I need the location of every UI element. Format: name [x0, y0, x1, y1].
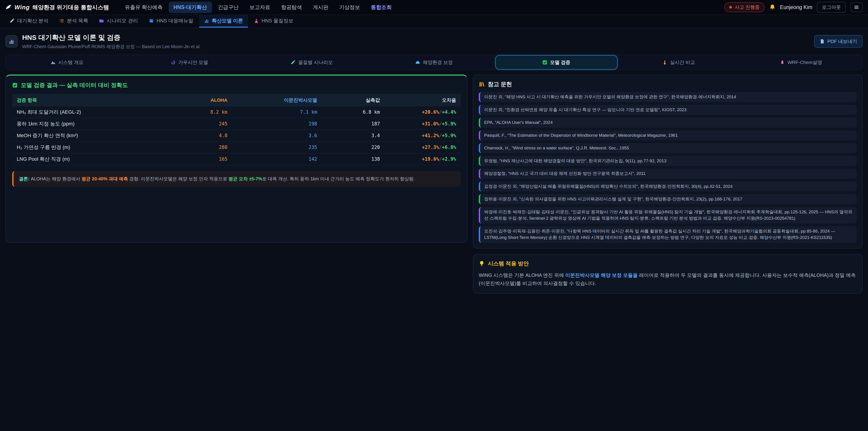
- main-content: 모델 검증 결과 — 실측 데이터 대비 정확도 검증 항목ALOHA이문진박사…: [5, 74, 863, 294]
- chart-icon: [204, 18, 209, 23]
- table-cell: 235: [232, 142, 322, 153]
- model-tab-label: 시스템 개요: [58, 59, 84, 65]
- reference-item: Pasquill, F., "The Estimation of the Dis…: [479, 130, 857, 141]
- error-rate-cell: +27.3%/+6.8%: [384, 142, 461, 153]
- model-tab[interactable]: 시스템 개요: [6, 55, 128, 70]
- table-cell: NH₃ 최대 도달거리 (AEGL-2): [12, 106, 165, 118]
- nav-item[interactable]: 긴급구난: [213, 2, 244, 13]
- reference-item: EPA, "ALOHA User's Manual", 2024: [479, 118, 857, 128]
- subnav-tab[interactable]: 확산모델 이론: [199, 15, 248, 28]
- menu-button[interactable]: [850, 2, 863, 12]
- topnav-right: 사고 진행중 Eunjeong Kim 로그아웃: [724, 2, 863, 13]
- page-title: HNS 대기확산 모델 이론 및 검증: [22, 33, 201, 42]
- checkbox-icon: [12, 83, 18, 88]
- nav-item[interactable]: 유출유 확산예측: [120, 2, 167, 13]
- checkbox-icon: [542, 60, 547, 65]
- reference-item: Charnock, H., "Wind stress on a water su…: [479, 143, 857, 153]
- table-cell: 142: [232, 153, 322, 165]
- error-rate-part: +41.2%: [422, 133, 439, 138]
- error-rate-part: +19.6%: [422, 156, 439, 162]
- column-header: 오차율: [384, 94, 461, 106]
- sub-navbar: 대기확산 분석분석 목록시나리오 관리HNS 대응매뉴얼확산모델 이론HNS 물…: [0, 15, 868, 28]
- app-root: Wing 해양환경 위기대응 통합시스템 유출유 확산예측HNS·대기확산긴급구…: [0, 0, 868, 431]
- table-cell: MeOH 증기 확산 면적 (km²): [12, 130, 165, 142]
- nav-item[interactable]: 통합조회: [366, 2, 397, 13]
- note-segment: 결론:: [19, 176, 30, 181]
- table-cell: 138: [322, 153, 384, 165]
- conclusion-note: 결론: ALOHA는 해양 환경에서 평균 20-40% 과대 예측 경향. 이…: [12, 171, 461, 187]
- model-tab-label: 실시간 비교: [670, 59, 695, 65]
- error-rate-part: +2.9%: [442, 156, 456, 162]
- subnav-tab[interactable]: HNS 대응매뉴얼: [144, 15, 198, 28]
- model-tab[interactable]: WRF-Chem설명: [740, 55, 862, 70]
- references-title: 참고 문헌: [488, 81, 512, 88]
- table-row: 풍하 1km 지점 농도 (ppm)245198187+31.0%/+5.9%: [12, 118, 461, 130]
- table-row: H₂ 가연성 구름 반경 (m)280235220+27.3%/+6.8%: [12, 142, 461, 153]
- error-rate-part: /: [439, 156, 442, 162]
- top-navbar: Wing 해양환경 위기대응 통합시스템 유출유 확산예측HNS·대기확산긴급구…: [0, 0, 868, 15]
- note-segment: 평균 오차 ±5-7%: [228, 176, 262, 181]
- model-tab-label: 가우시안 모델: [178, 59, 208, 65]
- folder-icon: [99, 18, 104, 23]
- reference-item: 정하용·이문진 외, "신속한 의사결정을 위한 HNS 사고이력관리시스템 설…: [479, 194, 857, 204]
- pencil-icon: [9, 18, 14, 23]
- cloud-icon: [415, 60, 420, 65]
- status-dot-icon: [729, 6, 732, 8]
- nav-item[interactable]: 보고자료: [245, 2, 275, 13]
- table-row: MeOH 증기 확산 면적 (km²)4.83.63.4+41.2%/+5.9%: [12, 130, 461, 142]
- application-segment: 이문진박사모델 해양 보정 모듈을: [565, 272, 638, 278]
- hamburger-icon: [854, 4, 859, 10]
- model-tab-bar: 시스템 개요가우시안 모델물질별 시나리오해양환경 보정모델 검증실시간 비교W…: [5, 55, 863, 70]
- reference-item: 오진석·김주영·이득재·김용민·최준·이문진, "다항목 HNS 데이터의 실시…: [479, 226, 857, 243]
- subnav-tab-label: 대기확산 분석: [17, 18, 49, 24]
- error-rate-part: /: [439, 110, 442, 115]
- table-cell: 7.1 km: [232, 106, 322, 118]
- flask-icon: [254, 18, 259, 23]
- model-tab[interactable]: 해양환경 보정: [373, 55, 495, 70]
- swirl-icon: [170, 60, 176, 65]
- subnav-tab-label: 확산모델 이론: [212, 18, 243, 24]
- subnav-tab-label: HNS 대응매뉴얼: [156, 18, 193, 24]
- pdf-export-button[interactable]: PDF 내보내기: [814, 35, 863, 48]
- page-subtitle: WRF-Chem·Gaussian Plume/Puff·ROMS·해양환경 보…: [22, 43, 201, 50]
- table-cell: 3.6: [232, 130, 322, 142]
- nav-item[interactable]: 게시판: [308, 2, 333, 13]
- model-tab[interactable]: 물질별 시나리오: [250, 55, 373, 70]
- logout-button[interactable]: 로그아웃: [817, 2, 846, 13]
- document-icon: [819, 39, 825, 44]
- nav-item[interactable]: HNS·대기확산: [168, 2, 212, 13]
- application-text: WING 시스템은 기본 ALOHA 엔진 위에 이문진박사모델 해양 보정 모…: [479, 271, 857, 288]
- column-header: 이문진박사모델: [232, 94, 322, 106]
- book-icon: [149, 18, 154, 23]
- table-header-row: 검증 항목ALOHA이문진박사모델실측값오차율: [12, 94, 461, 106]
- model-tab[interactable]: 모델 검증: [495, 55, 618, 70]
- table-cell: 245: [165, 118, 232, 130]
- brand[interactable]: Wing 해양환경 위기대응 통합시스템: [5, 4, 109, 11]
- pdf-export-label: PDF 내보내기: [827, 38, 857, 44]
- table-cell: 8.2 km: [165, 106, 232, 118]
- subnav-tab-label: 시나리오 관리: [107, 18, 138, 24]
- model-tab[interactable]: 실시간 비교: [618, 55, 740, 70]
- column-header: ALOHA: [165, 94, 232, 106]
- table-cell: 198: [232, 118, 322, 130]
- table-cell: 187: [322, 118, 384, 130]
- table-row: LNG Pool 확산 직경 (m)165142138+19.6%/+2.9%: [12, 153, 461, 165]
- table-cell: H₂ 가연성 구름 반경 (m): [12, 142, 165, 153]
- reference-item: 박경애·이진호·박재진·김태림·김태성·이문진, "인공위성 원격탐사 기반 A…: [479, 207, 857, 223]
- subnav-tab[interactable]: HNS 물질정보: [249, 15, 298, 28]
- model-tab[interactable]: 가우시안 모델: [128, 55, 250, 70]
- app-title: 해양환경 위기대응 통합시스템: [32, 4, 109, 11]
- page-header-tile: [5, 35, 18, 48]
- subnav-tab[interactable]: 대기확산 분석: [4, 15, 53, 28]
- subnav-tab[interactable]: 분석 목록: [54, 15, 93, 28]
- subnav-tab[interactable]: 시나리오 관리: [94, 15, 143, 28]
- incident-status-badge[interactable]: 사고 진행중: [724, 2, 765, 12]
- note-segment: 경향. 이문진박사모델은 해양 보정 인자 적용으로: [128, 176, 228, 181]
- error-rate-part: +31.0%: [422, 121, 439, 127]
- nav-item[interactable]: 기상정보: [334, 2, 365, 13]
- nav-item[interactable]: 항공탐색: [276, 2, 307, 13]
- references-header: 참고 문헌: [479, 81, 857, 88]
- error-rate-part: +27.3%: [422, 145, 439, 150]
- notification-bell-icon[interactable]: [769, 4, 776, 10]
- table-cell: 165: [165, 153, 232, 165]
